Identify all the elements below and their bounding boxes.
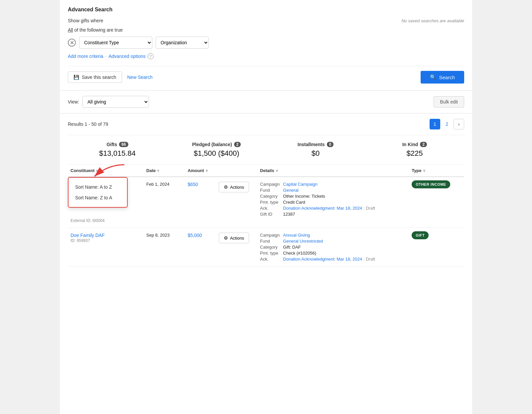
view-label: View:	[68, 99, 79, 104]
details-sort-icon: ∨	[276, 169, 278, 172]
show-gifts-label: Show gifts where	[68, 18, 103, 23]
constituent-id-2: ID: 959937	[70, 238, 90, 243]
action-bar: 💾 Save this search New Search 🔍 Search	[68, 66, 464, 90]
sort-dropdown: Sort Name: A to Z Sort Name: Z to A	[68, 177, 128, 208]
bulk-edit-button[interactable]: Bulk edit	[434, 96, 464, 107]
installments-label: Installments 0	[266, 142, 365, 147]
save-search-label: Save this search	[82, 75, 116, 80]
fund-key-1: Fund	[260, 188, 280, 193]
view-select[interactable]: All giving	[82, 96, 149, 108]
results-table-container: Constituent ∨ Date ∨ Amo	[68, 165, 464, 267]
category-key-1: Category	[260, 194, 280, 199]
date-column-header[interactable]: Date ∨	[144, 165, 185, 177]
add-more-criteria-link[interactable]: Add more criteria	[68, 54, 103, 59]
page-2-button[interactable]: 2	[442, 119, 452, 129]
actions-button-2[interactable]: ⚙ Actions	[219, 233, 249, 243]
criteria-row: ✕ Constituent Type Organization	[68, 37, 464, 49]
page-1-button[interactable]: 1	[430, 119, 440, 129]
sort-a-to-z-option[interactable]: Sort Name: A to Z	[74, 182, 122, 192]
ack-status-1: : Draft	[363, 206, 375, 211]
remove-criteria-button[interactable]: ✕	[68, 39, 76, 47]
pagination: 1 2 ›	[430, 119, 464, 129]
pledged-badge: 2	[234, 142, 241, 147]
constituent-id-1: External ID: t00004	[70, 218, 141, 223]
campaign-val-1[interactable]: Capital Campaign	[283, 182, 406, 187]
pmt-val-1: Credit Card	[283, 200, 406, 205]
amount-cell-1[interactable]: $650	[185, 177, 216, 228]
amount-column-header[interactable]: Amount ∨	[185, 165, 216, 177]
category-val-1: Other Income: Tickets	[283, 194, 406, 199]
details-grid-2: Campaign Annual Giving Fund General Unre…	[260, 233, 406, 262]
advanced-options-link[interactable]: Advanced options	[108, 54, 145, 59]
type-badge-1: OTHER INCOME	[412, 180, 450, 188]
save-icon: 💾	[73, 75, 79, 80]
details-column-header[interactable]: Details ∨	[257, 165, 409, 177]
pmt-val-2: Check (#102056)	[283, 251, 406, 256]
amount-sort-icon: ∨	[205, 169, 208, 172]
gifts-card: Gifts 66 $13,015.84	[68, 142, 167, 158]
help-icon[interactable]: ?	[148, 53, 154, 59]
view-bar: View: All giving Bulk edit	[60, 91, 472, 113]
inkind-badge: 2	[420, 142, 427, 147]
left-actions: 💾 Save this search New Search	[68, 72, 153, 83]
ack-link-1[interactable]: Donation Acknowledgment: Mar 18, 2024	[283, 206, 362, 211]
constituent-column-header[interactable]: Constituent ∨	[68, 165, 144, 177]
pmt-key-2: Pmt. type	[260, 251, 280, 256]
type-column-header[interactable]: Type ∨	[409, 165, 464, 177]
constituent-cell-2: Doe Family DAF ID: 959937	[68, 228, 144, 267]
ack-key-2: Ack.	[260, 257, 280, 262]
giftid-key-1: Gift ID	[260, 212, 280, 217]
criteria-type-select[interactable]: Constituent Type	[79, 37, 152, 49]
installments-value: $0	[266, 149, 365, 158]
giftid-val-1: 12387	[283, 212, 406, 217]
results-header: Results 1 - 50 of 79 1 2 ›	[68, 113, 464, 135]
actions-cell-2: ⚙ Actions	[216, 228, 257, 267]
actions-label-2: Actions	[230, 236, 244, 241]
table-row: Doe Family DAF ID: 959937 Sep 8, 2023 $5…	[68, 228, 464, 267]
ack-status-2: : Draft	[363, 257, 375, 262]
gear-icon-1: ⚙	[224, 184, 228, 190]
constituent-name-2[interactable]: Doe Family DAF	[70, 233, 141, 238]
pledged-card: Pledged (balance) 2 $1,500 ($400)	[167, 142, 266, 158]
results-table: Constituent ∨ Date ∨ Amo	[68, 165, 464, 267]
ack-link-2[interactable]: Donation Acknowledgment: Mar 18, 2024	[283, 257, 362, 262]
new-search-link[interactable]: New Search	[127, 75, 153, 80]
sort-z-to-a-option[interactable]: Sort Name: Z to A	[74, 192, 122, 203]
search-icon: 🔍	[430, 74, 436, 80]
next-page-button[interactable]: ›	[454, 119, 464, 129]
type-cell-2: GIFT	[409, 228, 464, 267]
amount-cell-2: $5,000	[185, 228, 216, 267]
constituent-sort-icon: ∨	[96, 169, 98, 172]
category-key-2: Category	[260, 245, 280, 250]
no-saved-searches-text: No saved searches are available	[401, 18, 464, 23]
inkind-label: In Kind 2	[365, 142, 464, 147]
details-cell-2: Campaign Annual Giving Fund General Unre…	[257, 228, 409, 267]
date-cell-2: Sep 8, 2023	[144, 228, 185, 267]
date-cell-1: Feb 1, 2024	[144, 177, 185, 228]
actions-cell-1: ⚙ Actions	[216, 177, 257, 228]
constituent-cell-1: Sort Name: A to Z Sort Name: Z to A Exte…	[68, 177, 144, 228]
criteria-value-select[interactable]: Organization	[156, 37, 209, 49]
separator: ·	[105, 54, 107, 59]
search-button[interactable]: 🔍 Search	[421, 71, 464, 84]
type-cell-1: OTHER INCOME	[409, 177, 464, 228]
actions-button-1[interactable]: ⚙ Actions	[219, 182, 249, 192]
actions-column-header	[216, 165, 257, 177]
campaign-val-2[interactable]: Annual Giving	[283, 233, 406, 238]
inkind-card: In Kind 2 $225	[365, 142, 464, 158]
table-header-row: Constituent ∨ Date ∨ Amo	[68, 165, 464, 177]
gear-icon-2: ⚙	[224, 235, 228, 241]
inkind-value: $225	[365, 149, 464, 158]
save-search-button[interactable]: 💾 Save this search	[68, 72, 122, 83]
amount-link-1[interactable]: $650	[188, 182, 198, 187]
date-sort-icon: ∨	[157, 169, 159, 172]
results-count: Results 1 - 50 of 79	[68, 121, 108, 127]
summary-cards: Gifts 66 $13,015.84 Pledged (balance) 2 …	[68, 135, 464, 165]
fund-val-1[interactable]: General	[283, 188, 406, 193]
pmt-key-1: Pmt. type	[260, 200, 280, 205]
fund-val-2[interactable]: General Unrestricted	[283, 239, 406, 244]
amount-link-2[interactable]: $5,000	[188, 233, 202, 238]
fund-key-2: Fund	[260, 239, 280, 244]
installments-card: Installments 0 $0	[266, 142, 365, 158]
gifts-badge: 66	[119, 142, 128, 147]
